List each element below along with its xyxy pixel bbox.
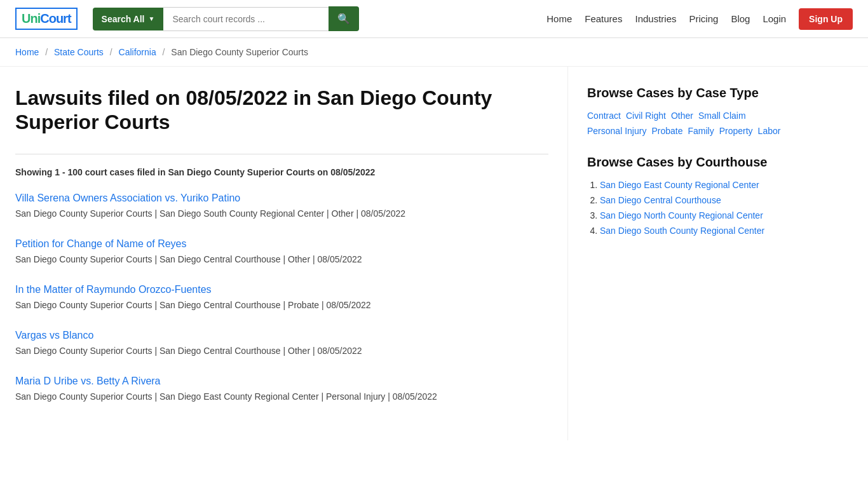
case-type-tag[interactable]: Civil Right: [626, 111, 666, 121]
courthouse-list-item: San Diego South County Regional Center: [600, 226, 790, 236]
breadcrumb: Home / State Courts / California / San D…: [0, 38, 868, 67]
courthouse-link[interactable]: San Diego East County Regional Center: [600, 180, 759, 190]
case-list: Villa Serena Owners Association vs. Yuri…: [15, 193, 548, 403]
case-title-link[interactable]: Vargas vs Blanco: [15, 330, 548, 341]
case-title-link[interactable]: In the Matter of Raymundo Orozco-Fuentes: [15, 284, 548, 295]
breadcrumb-state-courts[interactable]: State Courts: [54, 47, 104, 57]
breadcrumb-california[interactable]: California: [119, 47, 156, 57]
breadcrumb-current: San Diego County Superior Courts: [171, 47, 308, 57]
chevron-down-icon: ▼: [149, 15, 155, 22]
case-type-section-title: Browse Cases by Case Type: [587, 86, 790, 100]
logo-box: UniCourt: [15, 8, 78, 30]
nav-pricing[interactable]: Pricing: [689, 13, 719, 24]
case-type-tag[interactable]: Personal Injury: [587, 126, 646, 136]
case-type-tag[interactable]: Family: [688, 126, 714, 136]
case-meta: San Diego County Superior Courts | San D…: [15, 299, 548, 312]
case-meta: San Diego County Superior Courts | San D…: [15, 253, 548, 266]
case-meta: San Diego County Superior Courts | San D…: [15, 390, 548, 403]
search-icon: 🔍: [337, 13, 350, 24]
courthouse-list-item: San Diego East County Regional Center: [600, 180, 790, 190]
case-item: Petition for Change of Name of ReyesSan …: [15, 238, 548, 266]
main-content: Lawsuits filed on 08/05/2022 in San Dieg…: [0, 67, 868, 440]
case-item: In the Matter of Raymundo Orozco-Fuentes…: [15, 284, 548, 312]
nav-home[interactable]: Home: [546, 13, 572, 24]
search-bar: Search All ▼ 🔍: [93, 6, 360, 31]
case-title-link[interactable]: Villa Serena Owners Association vs. Yuri…: [15, 193, 548, 204]
breadcrumb-home[interactable]: Home: [15, 47, 39, 57]
case-type-tag[interactable]: Small Claim: [698, 111, 746, 121]
courthouse-link[interactable]: San Diego North County Regional Center: [600, 210, 763, 220]
case-title-link[interactable]: Petition for Change of Name of Reyes: [15, 238, 548, 250]
search-all-button[interactable]: Search All ▼: [93, 8, 164, 30]
courthouse-list: San Diego East County Regional CenterSan…: [587, 180, 790, 236]
case-meta: San Diego County Superior Courts | San D…: [15, 207, 548, 220]
search-input[interactable]: [163, 7, 329, 31]
breadcrumb-sep-2: /: [110, 47, 112, 57]
case-item: Villa Serena Owners Association vs. Yuri…: [15, 193, 548, 220]
nav-features[interactable]: Features: [585, 13, 622, 24]
header: UniCourt Search All ▼ 🔍 Home Features In…: [0, 0, 868, 38]
courthouse-section-title: Browse Cases by Courthouse: [587, 155, 790, 170]
content-area: Lawsuits filed on 08/05/2022 in San Dieg…: [15, 67, 568, 440]
nav-industries[interactable]: Industries: [635, 13, 676, 24]
showing-text: Showing 1 - 100 court cases filed in San…: [15, 167, 548, 177]
logo[interactable]: UniCourt: [15, 8, 78, 30]
signup-button[interactable]: Sign Up: [799, 8, 853, 30]
logo-court: Court: [40, 11, 71, 25]
case-item: Vargas vs BlancoSan Diego County Superio…: [15, 330, 548, 358]
divider: [15, 154, 548, 154]
search-go-button[interactable]: 🔍: [329, 6, 359, 31]
navigation: Home Features Industries Pricing Blog Lo…: [546, 8, 853, 30]
case-type-tag[interactable]: Contract: [587, 111, 621, 121]
case-type-tag[interactable]: Probate: [651, 126, 682, 136]
nav-blog[interactable]: Blog: [731, 13, 750, 24]
breadcrumb-sep-3: /: [163, 47, 165, 57]
sidebar: Browse Cases by Case Type ContractCivil …: [568, 67, 790, 440]
courthouse-link[interactable]: San Diego Central Courthouse: [600, 195, 721, 205]
courthouse-list-item: San Diego North County Regional Center: [600, 210, 790, 220]
case-meta: San Diego County Superior Courts | San D…: [15, 344, 548, 358]
case-type-tags: ContractCivil RightOtherSmall ClaimPerso…: [587, 111, 790, 136]
breadcrumb-sep-1: /: [45, 47, 48, 57]
nav-login[interactable]: Login: [763, 13, 786, 24]
case-item: Maria D Uribe vs. Betty A RiveraSan Dieg…: [15, 376, 548, 403]
case-type-tag[interactable]: Labor: [758, 126, 781, 136]
logo-uni: Uni: [22, 11, 40, 25]
case-type-tag[interactable]: Property: [719, 126, 753, 136]
courthouse-list-item: San Diego Central Courthouse: [600, 195, 790, 205]
case-title-link[interactable]: Maria D Uribe vs. Betty A Rivera: [15, 376, 548, 387]
case-type-tag[interactable]: Other: [671, 111, 693, 121]
page-title: Lawsuits filed on 08/05/2022 in San Dieg…: [15, 86, 548, 135]
courthouse-link[interactable]: San Diego South County Regional Center: [600, 226, 764, 236]
search-all-label: Search All: [102, 14, 145, 24]
